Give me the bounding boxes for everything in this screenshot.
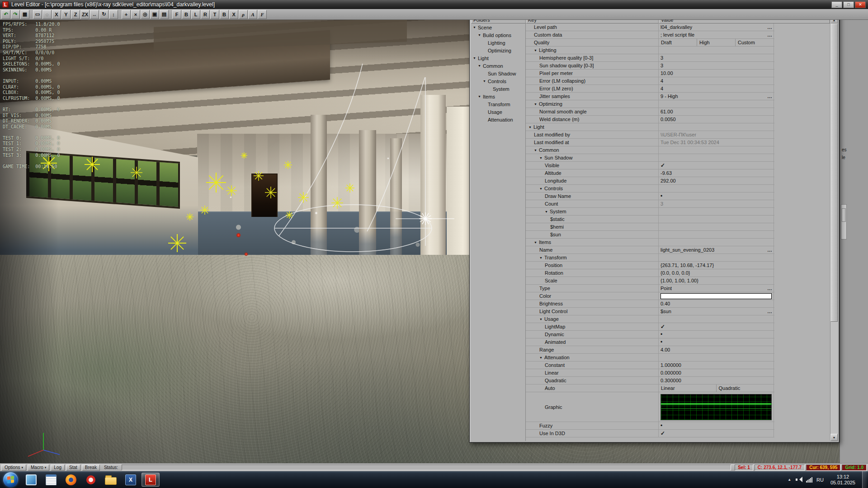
property-value[interactable]: {1.00, 1.00, 1.00}: [659, 277, 774, 284]
inspector-row-quadratic[interactable]: Quadratic0.300000: [526, 377, 774, 385]
view-left-button[interactable]: L: [191, 10, 200, 19]
inspector-row-hemisphere-quality-0-3[interactable]: Hemisphere quality [0-3]3: [526, 54, 774, 62]
expand-arrow-icon[interactable]: ▼: [534, 49, 539, 52]
property-value[interactable]: [659, 292, 774, 300]
inspector-row-attenuation[interactable]: ▼Attenuation: [526, 354, 774, 361]
view-bottom-button[interactable]: B: [220, 10, 229, 19]
property-value[interactable]: •: [659, 192, 774, 200]
expand-arrow-icon[interactable]: ▼: [473, 56, 478, 60]
inspector-row-common[interactable]: ▼Common: [526, 146, 774, 154]
expand-arrow-icon[interactable]: ▼: [528, 126, 533, 129]
inspector-row-custom-data[interactable]: Custom data; level script file…: [526, 31, 774, 39]
language-indicator[interactable]: RU: [816, 477, 824, 483]
clipped-button-label[interactable]: es: [842, 147, 847, 152]
inspector-row-linear[interactable]: Linear0.000000: [526, 369, 774, 377]
animation-mode-button[interactable]: A: [248, 10, 257, 19]
explorer-taskbar-button[interactable]: [22, 473, 40, 487]
property-value[interactable]: •: [659, 422, 774, 429]
inspector-row-transform[interactable]: ▼Transform: [526, 254, 774, 262]
expand-arrow-icon[interactable]: ▼: [539, 187, 544, 190]
log-button[interactable]: Log: [51, 465, 65, 471]
inspector-row-sun-shadow[interactable]: ▼Sun Shadow: [526, 154, 774, 162]
focus-target-button[interactable]: ◎: [141, 10, 150, 19]
inspector-row-optimizing[interactable]: ▼Optimizing: [526, 100, 774, 108]
inspector-row-animated[interactable]: Animated•: [526, 338, 774, 346]
inspector-row-lighting[interactable]: ▼Lighting: [526, 47, 774, 54]
break-button[interactable]: Break: [82, 465, 100, 471]
folders-item-usage[interactable]: Usage: [471, 108, 525, 116]
expand-arrow-icon[interactable]: ▼: [478, 33, 483, 37]
inspector-row-dynamic[interactable]: Dynamic•: [526, 331, 774, 338]
view-back-button[interactable]: B: [182, 10, 191, 19]
view-axonometric-button[interactable]: X: [229, 10, 238, 19]
property-value[interactable]: \\USER-ПК\user: [659, 131, 774, 138]
axis-zx-button[interactable]: ZX: [80, 10, 90, 19]
macro-button[interactable]: Macro ▾: [28, 465, 49, 471]
inspector-row-constant[interactable]: Constant1.000000: [526, 361, 774, 369]
inspector-row-last-modified-at[interactable]: Last modified atTue Dec 31 00:34:53 2024: [526, 139, 774, 146]
axis-y-button[interactable]: Y: [61, 10, 71, 19]
property-value[interactable]: 4.00: [659, 346, 774, 353]
remove-object-button[interactable]: ×: [131, 10, 140, 19]
folder-taskbar-button[interactable]: [102, 473, 120, 487]
option-button-draft[interactable]: Draft: [659, 39, 697, 46]
property-value[interactable]: •: [659, 338, 774, 346]
scrollbar-thumb[interactable]: [830, 23, 838, 322]
fog-toggle-button[interactable]: F: [258, 10, 267, 19]
bullet-icon[interactable]: •: [660, 331, 662, 338]
property-value[interactable]: 4: [659, 85, 774, 92]
property-value[interactable]: 0.300000: [659, 377, 774, 384]
inspector-row-weld-distance-m[interactable]: Weld distance (m)0.0050: [526, 116, 774, 123]
inspector-row-brightness[interactable]: Brightness0.40: [526, 300, 774, 308]
expand-arrow-icon[interactable]: ▼: [483, 80, 488, 83]
inspector-row-color[interactable]: Color: [526, 292, 774, 300]
view-front-button[interactable]: F: [172, 10, 181, 19]
expand-arrow-icon[interactable]: ▼: [534, 103, 539, 106]
property-value[interactable]: •: [659, 331, 774, 338]
attenuation-graph[interactable]: [660, 394, 772, 420]
property-value[interactable]: 4: [659, 77, 774, 84]
folders-item-lighting[interactable]: Lighting: [471, 39, 525, 47]
inspector-row-lightmap[interactable]: LightMap✓: [526, 323, 774, 331]
inspector-row-sun-shadow-quality-0-3[interactable]: Sun shadow quality [0-3]3: [526, 62, 774, 70]
folders-item-attenuation[interactable]: Attenuation: [471, 116, 525, 123]
property-value[interactable]: ✓: [659, 323, 774, 330]
select-circle-button[interactable]: ◌: [42, 10, 52, 19]
camera-view-button[interactable]: ▣: [150, 10, 159, 19]
ellipsis-button[interactable]: …: [766, 23, 773, 31]
level-editor-taskbar-button[interactable]: L: [142, 473, 160, 487]
folders-item-scene[interactable]: ▼Scene: [471, 23, 525, 31]
property-value[interactable]: {263.71, 10.68, -174.17}: [659, 262, 774, 269]
notepad-taskbar-button[interactable]: [42, 473, 60, 487]
folders-item-controls[interactable]: ▼Controls: [471, 77, 525, 85]
inspector-row-rotation[interactable]: Rotation{0.0, 0.0, 0.0}: [526, 269, 774, 277]
property-value[interactable]: Point…: [659, 285, 774, 292]
inspector-row-error-lm-collapsing[interactable]: Error (LM collapsing)4: [526, 77, 774, 85]
start-button[interactable]: [3, 472, 18, 487]
inspector-row-controls[interactable]: ▼Controls: [526, 185, 774, 192]
panel-scrollbar[interactable]: [841, 204, 847, 239]
inspector-row-draw-name[interactable]: Draw Name•: [526, 192, 774, 200]
folders-item-items[interactable]: ▼Items: [471, 93, 525, 100]
inspector-row-range[interactable]: Range4.00: [526, 346, 774, 354]
property-value[interactable]: DraftHighCustom: [659, 39, 774, 46]
inspector-row-$sun[interactable]: $sun: [526, 231, 774, 239]
folders-item-light[interactable]: ▼Light: [471, 54, 525, 62]
undo-button[interactable]: ↶: [1, 10, 10, 19]
xrs-taskbar-button[interactable]: X: [122, 473, 140, 487]
rotate-tool-button[interactable]: ↻: [99, 10, 108, 19]
inspector-row-usage[interactable]: ▼Usage: [526, 315, 774, 323]
property-value[interactable]: $sun…: [659, 308, 774, 315]
redo-button[interactable]: ↷: [11, 10, 20, 19]
show-desktop-button[interactable]: [862, 471, 867, 488]
ellipsis-button[interactable]: …: [766, 246, 773, 253]
property-value[interactable]: 3: [659, 62, 774, 69]
tray-expand-icon[interactable]: ▲: [788, 478, 791, 482]
expand-arrow-icon[interactable]: ▼: [478, 95, 483, 98]
property-value[interactable]: 61.00: [659, 108, 774, 115]
scale-tool-button[interactable]: ↕: [109, 10, 118, 19]
property-value[interactable]: ✓: [659, 162, 774, 169]
inspector-row-error-lm-zero[interactable]: Error (LM zero)4: [526, 85, 774, 93]
network-icon[interactable]: [806, 477, 812, 483]
expand-arrow-icon[interactable]: ▼: [478, 64, 483, 67]
